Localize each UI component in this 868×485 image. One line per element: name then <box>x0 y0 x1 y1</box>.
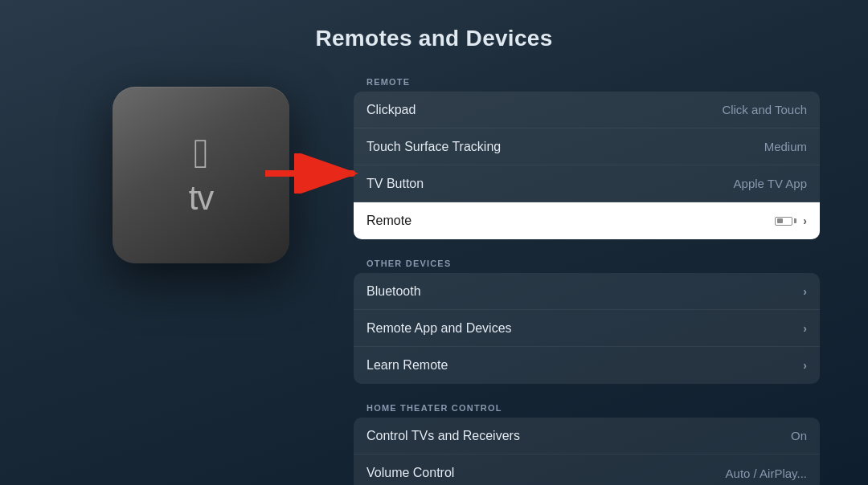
selection-arrow <box>265 153 362 197</box>
appletv-device:  tv <box>113 87 289 263</box>
section-home-theater: HOME THEATER CONTROL Control TVs and Rec… <box>354 397 820 485</box>
remote-app-label: Remote App and Devices <box>366 321 512 336</box>
battery-tip <box>794 218 796 223</box>
section-label-home-theater: HOME THEATER CONTROL <box>354 397 820 418</box>
clickpad-label: Clickpad <box>366 103 416 117</box>
menu-item-remote[interactable]: Remote › <box>354 202 820 239</box>
appletv-logo:  tv <box>189 132 214 218</box>
section-label-remote: REMOTE <box>354 71 820 92</box>
volume-control-value: Auto / AirPlay... <box>726 467 807 480</box>
remote-value: › <box>775 214 807 227</box>
settings-panel: REMOTE Clickpad Click and Touch Touch Su… <box>354 71 820 485</box>
menu-item-bluetooth[interactable]: Bluetooth › <box>354 273 820 310</box>
remote-app-chevron-icon: › <box>803 322 807 335</box>
menu-item-remote-app[interactable]: Remote App and Devices › <box>354 310 820 347</box>
battery-icon <box>775 217 796 226</box>
remote-menu-group: Clickpad Click and Touch Touch Surface T… <box>354 92 820 239</box>
remote-app-chevron: › <box>803 322 807 335</box>
menu-item-volume-control[interactable]: Volume Control Auto / AirPlay... <box>354 454 820 485</box>
menu-item-control-tvs[interactable]: Control TVs and Receivers On <box>354 418 820 454</box>
learn-remote-chevron-icon: › <box>803 359 807 372</box>
learn-remote-chevron: › <box>803 359 807 372</box>
clickpad-value: Click and Touch <box>722 103 807 116</box>
bluetooth-chevron: › <box>803 285 807 298</box>
remote-label: Remote <box>366 214 411 228</box>
bluetooth-label: Bluetooth <box>366 284 421 299</box>
control-tvs-value: On <box>791 429 807 442</box>
menu-item-tv-button[interactable]: TV Button Apple TV App <box>354 165 820 202</box>
battery-fill <box>777 218 783 223</box>
tv-label: tv <box>189 179 214 218</box>
control-tvs-label: Control TVs and Receivers <box>366 429 520 443</box>
content-area:  tv REMOTE Clickpad Click <box>0 71 868 485</box>
battery-body <box>775 217 792 226</box>
menu-item-learn-remote[interactable]: Learn Remote › <box>354 347 820 384</box>
tv-button-label: TV Button <box>366 177 424 191</box>
home-theater-menu-group: Control TVs and Receivers On Volume Cont… <box>354 418 820 485</box>
arrow-icon <box>265 153 362 194</box>
section-remote: REMOTE Clickpad Click and Touch Touch Su… <box>354 71 820 252</box>
menu-item-clickpad[interactable]: Clickpad Click and Touch <box>354 92 820 128</box>
bluetooth-chevron-icon: › <box>803 285 807 298</box>
menu-item-touch-surface[interactable]: Touch Surface Tracking Medium <box>354 128 820 165</box>
remote-chevron-icon: › <box>803 214 807 227</box>
section-label-other-devices: OTHER DEVICES <box>354 252 820 273</box>
learn-remote-label: Learn Remote <box>366 358 448 373</box>
device-container:  tv <box>48 87 354 263</box>
touch-surface-value: Medium <box>764 140 807 153</box>
apple-logo-icon:  <box>193 132 208 174</box>
volume-control-label: Volume Control <box>366 466 454 480</box>
touch-surface-label: Touch Surface Tracking <box>366 140 501 154</box>
section-other-devices: OTHER DEVICES Bluetooth › Remote App and… <box>354 252 820 397</box>
other-devices-menu-group: Bluetooth › Remote App and Devices › Lea… <box>354 273 820 384</box>
page-title: Remotes and Devices <box>315 26 552 51</box>
tv-button-value: Apple TV App <box>734 177 807 190</box>
